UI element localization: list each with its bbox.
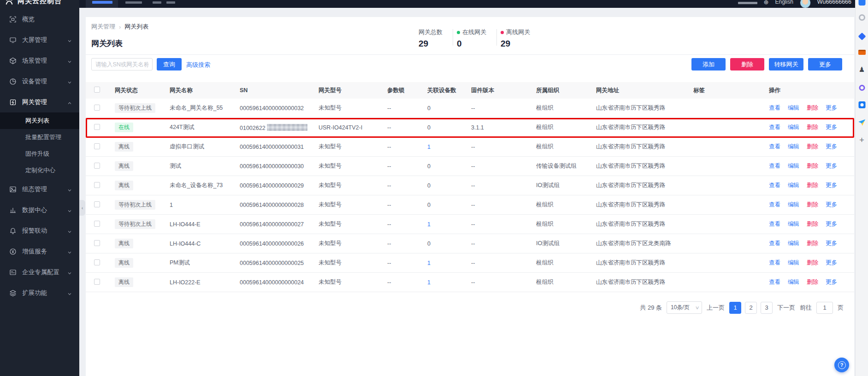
action-更多[interactable]: 更多 xyxy=(826,220,837,228)
fav-app-icon[interactable] xyxy=(858,0,865,6)
sidebar-item-大屏管理[interactable]: 大屏管理 xyxy=(0,29,79,50)
page-number-1[interactable]: 1 xyxy=(729,302,741,314)
row-checkbox[interactable] xyxy=(94,201,100,207)
action-更多[interactable]: 更多 xyxy=(826,240,837,247)
action-编辑[interactable]: 编辑 xyxy=(788,220,799,228)
goto-page-input[interactable] xyxy=(816,302,833,314)
row-checkbox[interactable] xyxy=(94,163,100,169)
row-checkbox[interactable] xyxy=(94,240,100,246)
row-checkbox[interactable] xyxy=(94,279,100,285)
action-查看[interactable]: 查看 xyxy=(769,240,780,247)
row-checkbox[interactable] xyxy=(94,124,100,130)
language-switch[interactable]: English xyxy=(775,0,793,5)
linked-device-count[interactable]: 1 xyxy=(427,260,431,266)
query-button[interactable]: 查询 xyxy=(157,58,182,70)
sidebar-item-报警联动[interactable]: 报警联动 xyxy=(0,220,79,241)
fav-diamond-icon[interactable] xyxy=(858,33,866,41)
row-checkbox[interactable] xyxy=(94,105,100,111)
select-all-checkbox[interactable] xyxy=(94,87,100,93)
page-number-3[interactable]: 3 xyxy=(761,302,773,314)
action-查看[interactable]: 查看 xyxy=(769,278,780,286)
action-查看[interactable]: 查看 xyxy=(769,259,780,267)
action-查看[interactable]: 查看 xyxy=(769,162,780,170)
sidebar-subitem-定制化中心[interactable]: 定制化中心 xyxy=(0,162,79,179)
action-编辑[interactable]: 编辑 xyxy=(788,182,799,189)
action-更多[interactable]: 更多 xyxy=(826,162,837,170)
linked-device-count[interactable]: 1 xyxy=(427,221,431,228)
action-查看[interactable]: 查看 xyxy=(769,104,780,112)
sidebar-subitem-固件升级[interactable]: 固件升级 xyxy=(0,146,79,162)
sidebar-item-扩展功能[interactable]: 扩展功能 xyxy=(0,282,79,303)
linked-device-count[interactable]: 1 xyxy=(427,279,431,286)
action-删除[interactable]: 删除 xyxy=(807,182,818,189)
more-button[interactable]: 更多 xyxy=(808,58,842,70)
fav-toolbox-icon[interactable] xyxy=(858,50,866,55)
action-删除[interactable]: 删除 xyxy=(807,220,818,228)
sidebar-item-场景管理[interactable]: 场景管理 xyxy=(0,50,79,71)
sidebar-item-企业专属配置[interactable]: 企业专属配置 xyxy=(0,262,79,282)
action-编辑[interactable]: 编辑 xyxy=(788,162,799,170)
action-编辑[interactable]: 编辑 xyxy=(788,278,799,286)
top-nav-tab[interactable] xyxy=(153,1,161,4)
action-更多[interactable]: 更多 xyxy=(826,123,837,131)
add-favorite-icon[interactable]: + xyxy=(859,136,864,144)
sidebar-item-组态管理[interactable]: 组态管理 xyxy=(0,179,79,200)
fav-pawn-icon[interactable]: ♟ xyxy=(859,66,865,73)
action-更多[interactable]: 更多 xyxy=(826,182,837,189)
advanced-search-link[interactable]: 高级搜索 xyxy=(186,61,210,69)
action-查看[interactable]: 查看 xyxy=(769,201,780,209)
sidebar-item-增值服务[interactable]: 增值服务 xyxy=(0,241,79,262)
linked-device-count[interactable]: 1 xyxy=(427,144,431,150)
fav-plane-icon[interactable] xyxy=(858,119,865,126)
top-nav-active-tab[interactable] xyxy=(86,0,118,8)
action-删除[interactable]: 删除 xyxy=(807,240,818,247)
sidebar-collapse-handle[interactable]: ‹ xyxy=(79,200,85,216)
transfer-gateway-button[interactable]: 转移网关 xyxy=(769,58,803,70)
action-查看[interactable]: 查看 xyxy=(769,220,780,228)
sidebar-item-设备管理[interactable]: 设备管理 xyxy=(0,71,79,92)
top-nav-tab[interactable] xyxy=(125,1,142,4)
row-checkbox[interactable] xyxy=(94,221,100,227)
prev-page-button[interactable]: 上一页 xyxy=(707,304,725,312)
fav-ring-icon[interactable] xyxy=(859,14,865,21)
action-更多[interactable]: 更多 xyxy=(826,104,837,112)
sidebar-subitem-批量配置管理[interactable]: 批量配置管理 xyxy=(0,129,79,146)
action-删除[interactable]: 删除 xyxy=(807,162,818,170)
action-编辑[interactable]: 编辑 xyxy=(788,259,799,267)
add-button[interactable]: 添加 xyxy=(691,58,726,70)
row-checkbox[interactable] xyxy=(94,182,100,188)
row-checkbox[interactable] xyxy=(94,259,100,265)
page-size-select[interactable]: 10条/页 ∨ xyxy=(667,301,702,314)
action-编辑[interactable]: 编辑 xyxy=(788,104,799,112)
action-编辑[interactable]: 编辑 xyxy=(788,143,799,151)
page-number-2[interactable]: 2 xyxy=(745,302,757,314)
next-page-button[interactable]: 下一页 xyxy=(777,304,795,312)
action-更多[interactable]: 更多 xyxy=(826,278,837,286)
action-删除[interactable]: 删除 xyxy=(807,123,818,131)
delete-button[interactable]: 删除 xyxy=(730,58,764,70)
action-更多[interactable]: 更多 xyxy=(826,201,837,209)
action-删除[interactable]: 删除 xyxy=(807,143,818,151)
sidebar-item-网关管理[interactable]: 网关管理 xyxy=(0,92,79,112)
action-删除[interactable]: 删除 xyxy=(807,104,818,112)
sidebar-subitem-网关列表[interactable]: 网关列表 xyxy=(0,112,79,129)
action-编辑[interactable]: 编辑 xyxy=(788,123,799,131)
action-查看[interactable]: 查看 xyxy=(769,182,780,189)
action-编辑[interactable]: 编辑 xyxy=(788,201,799,209)
action-删除[interactable]: 删除 xyxy=(807,201,818,209)
top-right-link[interactable] xyxy=(738,2,757,4)
action-删除[interactable]: 删除 xyxy=(807,259,818,267)
fav-purple-ring-icon[interactable] xyxy=(859,85,865,91)
top-nav-tab[interactable] xyxy=(166,1,175,4)
action-更多[interactable]: 更多 xyxy=(826,259,837,267)
fav-camera-icon[interactable] xyxy=(858,101,865,108)
action-更多[interactable]: 更多 xyxy=(826,143,837,151)
sidebar-item-概览[interactable]: 概览 xyxy=(0,9,79,29)
action-编辑[interactable]: 编辑 xyxy=(788,240,799,247)
action-查看[interactable]: 查看 xyxy=(769,143,780,151)
sidebar-item-数据中心[interactable]: 数据中心 xyxy=(0,200,79,220)
action-查看[interactable]: 查看 xyxy=(769,123,780,131)
action-删除[interactable]: 删除 xyxy=(807,278,818,286)
avatar[interactable] xyxy=(800,0,811,8)
breadcrumb-item[interactable]: 网关管理 xyxy=(91,23,115,31)
